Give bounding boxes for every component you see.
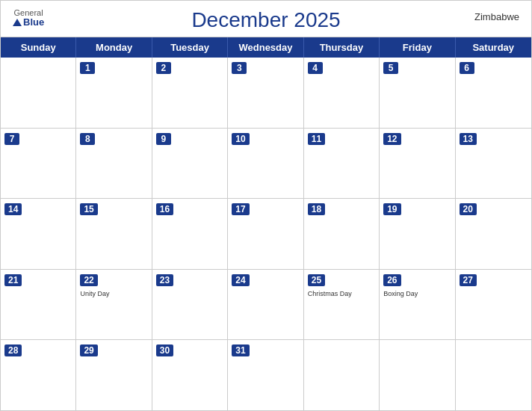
day-cell: 11 xyxy=(304,129,380,199)
day-cell: 30 xyxy=(152,340,228,410)
day-header-sunday: Sunday xyxy=(1,37,76,58)
day-cell: 6 xyxy=(456,58,531,128)
day-cell: 18 xyxy=(304,199,380,269)
day-cell xyxy=(380,340,455,410)
holiday-label: Boxing Day xyxy=(383,290,451,298)
day-number: 13 xyxy=(460,133,477,145)
day-cell: 2 xyxy=(152,58,228,128)
day-number: 24 xyxy=(232,274,249,286)
day-cell: 8 xyxy=(76,129,152,199)
day-cell: 15 xyxy=(76,199,152,269)
day-number: 26 xyxy=(383,274,400,286)
day-cell xyxy=(456,340,531,410)
day-number: 14 xyxy=(4,203,22,215)
day-header-thursday: Thursday xyxy=(304,37,380,58)
week-row-4: 2122Unity Day232425Christmas Day26Boxing… xyxy=(1,270,531,341)
day-cell: 10 xyxy=(228,129,303,199)
day-header-monday: Monday xyxy=(76,37,152,58)
holiday-label: Christmas Day xyxy=(308,290,375,298)
day-number: 31 xyxy=(232,344,249,356)
day-number: 16 xyxy=(156,203,173,215)
day-cell xyxy=(304,340,380,410)
day-cell: 17 xyxy=(228,199,303,269)
day-cell: 1 xyxy=(76,58,152,128)
logo-triangle-icon xyxy=(13,19,22,26)
day-number: 25 xyxy=(308,274,325,286)
day-cell: 27 xyxy=(456,270,531,340)
day-cell: 14 xyxy=(1,199,76,269)
calendar: General Blue December 2025 Zimbabwe Sund… xyxy=(0,0,532,411)
day-number: 23 xyxy=(156,274,173,286)
logo: General Blue xyxy=(13,8,44,28)
day-number: 15 xyxy=(80,203,97,215)
week-row-1: 123456 xyxy=(1,58,531,129)
day-cell: 25Christmas Day xyxy=(304,270,380,340)
day-cell: 22Unity Day xyxy=(76,270,152,340)
day-number: 4 xyxy=(308,62,323,74)
week-row-5: 28293031 xyxy=(1,340,531,410)
country-label: Zimbabwe xyxy=(474,11,519,22)
day-number: 5 xyxy=(383,62,398,74)
day-cell: 23 xyxy=(152,270,228,340)
day-cell: 19 xyxy=(380,199,455,269)
calendar-title: December 2025 xyxy=(191,8,340,32)
day-cell: 5 xyxy=(380,58,455,128)
day-number: 18 xyxy=(308,203,325,215)
day-number: 22 xyxy=(80,274,97,286)
day-number: 2 xyxy=(156,62,171,74)
day-header-friday: Friday xyxy=(380,37,455,58)
day-number: 19 xyxy=(383,203,400,215)
weeks-container: 12345678910111213141516171819202122Unity… xyxy=(1,58,531,410)
day-cell: 28 xyxy=(1,340,76,410)
day-cell: 16 xyxy=(152,199,228,269)
holiday-label: Unity Day xyxy=(80,290,147,298)
day-number xyxy=(4,67,19,69)
day-number: 7 xyxy=(4,133,19,145)
day-cell: 3 xyxy=(228,58,303,128)
day-number: 27 xyxy=(460,274,477,286)
day-header-wednesday: Wednesday xyxy=(228,37,303,58)
day-number: 12 xyxy=(383,133,400,145)
day-number: 20 xyxy=(460,203,477,215)
day-cell: 13 xyxy=(456,129,531,199)
day-cell: 7 xyxy=(1,129,76,199)
day-cell: 20 xyxy=(456,199,531,269)
day-cell: 21 xyxy=(1,270,76,340)
day-number: 9 xyxy=(156,133,171,145)
day-number: 21 xyxy=(4,274,22,286)
day-number: 10 xyxy=(232,133,249,145)
day-cell: 12 xyxy=(380,129,455,199)
day-cell: 29 xyxy=(76,340,152,410)
day-cell: 24 xyxy=(228,270,303,340)
week-row-2: 78910111213 xyxy=(1,129,531,200)
day-headers-row: SundayMondayTuesdayWednesdayThursdayFrid… xyxy=(1,37,531,58)
day-cell xyxy=(1,58,76,128)
calendar-grid: SundayMondayTuesdayWednesdayThursdayFrid… xyxy=(1,37,531,410)
day-number: 8 xyxy=(80,133,95,145)
day-number: 3 xyxy=(232,62,247,74)
day-number: 30 xyxy=(156,344,173,356)
day-number: 1 xyxy=(80,62,95,74)
day-number xyxy=(383,350,398,351)
day-header-saturday: Saturday xyxy=(456,37,531,58)
day-number: 11 xyxy=(308,133,325,145)
week-row-3: 14151617181920 xyxy=(1,199,531,270)
day-cell: 9 xyxy=(152,129,228,199)
day-number: 29 xyxy=(80,344,97,356)
day-number xyxy=(460,350,474,351)
day-cell: 31 xyxy=(228,340,303,410)
logo-blue-text: Blue xyxy=(13,17,44,28)
day-cell: 26Boxing Day xyxy=(380,270,455,340)
day-number: 28 xyxy=(4,344,22,356)
calendar-header: General Blue December 2025 Zimbabwe xyxy=(1,1,531,37)
day-header-tuesday: Tuesday xyxy=(152,37,228,58)
day-cell: 4 xyxy=(304,58,380,128)
day-number xyxy=(308,350,323,351)
day-number: 6 xyxy=(460,62,474,74)
day-number: 17 xyxy=(232,203,249,215)
